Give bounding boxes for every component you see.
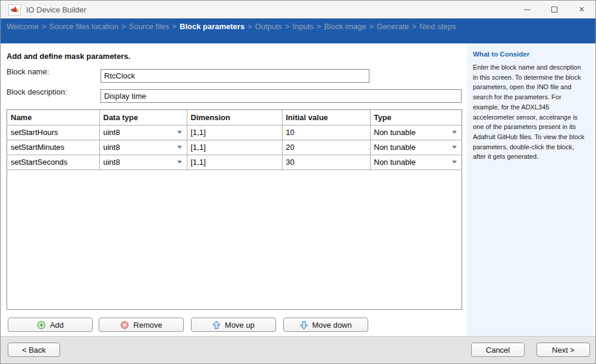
table-row: setStartMinutes uint8 [1,1] 20 Non tunab…: [7, 140, 462, 155]
column-header-initial-value: Initial value: [282, 110, 370, 125]
cell-dimension[interactable]: [1,1]: [187, 155, 282, 170]
cell-name[interactable]: setStartSeconds: [7, 155, 99, 170]
maximize-icon[interactable]: [541, 1, 568, 18]
sidebar-title: What to Consider: [473, 51, 588, 58]
window-controls: ×: [513, 1, 595, 18]
step-separator: >: [247, 22, 252, 31]
sidebar-help-text: Enter the block name and description in …: [473, 62, 588, 162]
chevron-down-icon: [452, 161, 457, 164]
step-inputs: Inputs: [293, 22, 313, 31]
move-up-button[interactable]: Move up: [191, 318, 276, 332]
page-title: Add and define mask parameters.: [7, 52, 130, 61]
chevron-down-icon: [177, 146, 182, 149]
column-header-data-type: Data type: [99, 110, 187, 125]
column-header-dimension: Dimension: [187, 110, 282, 125]
cell-name[interactable]: setStartMinutes: [7, 140, 99, 155]
wizard-steps-bar: Welcome>Source files location>Source fil…: [1, 18, 595, 43]
chevron-down-icon: [177, 161, 182, 164]
titlebar: IO Device Builder ×: [1, 1, 595, 18]
step-welcome: Welcome: [7, 22, 39, 31]
cell-type-dropdown[interactable]: Non tunable: [370, 140, 462, 155]
cell-dimension[interactable]: [1,1]: [187, 125, 282, 140]
window-title: IO Device Builder: [26, 5, 86, 14]
step-separator: >: [172, 22, 177, 31]
step-separator: >: [369, 22, 374, 31]
close-icon[interactable]: ×: [568, 1, 595, 18]
block-description-input[interactable]: [101, 89, 462, 103]
cell-data-type-dropdown[interactable]: uint8: [99, 140, 187, 155]
cell-initial-value[interactable]: 10: [282, 125, 370, 140]
io-device-builder-window: IO Device Builder × Welcome>Source files…: [0, 0, 596, 364]
cell-type-dropdown[interactable]: Non tunable: [370, 125, 462, 140]
next-button[interactable]: Next >: [537, 343, 590, 357]
cell-initial-value[interactable]: 20: [282, 140, 370, 155]
column-header-name: Name: [7, 110, 99, 125]
column-header-type: Type: [370, 110, 462, 125]
table-header-row: Name Data type Dimension Initial value T…: [7, 110, 462, 125]
back-button[interactable]: < Back: [8, 343, 60, 357]
cell-initial-value[interactable]: 30: [282, 155, 370, 170]
step-outputs: Outputs: [255, 22, 283, 31]
cell-data-type-dropdown[interactable]: uint8: [99, 155, 187, 170]
step-block-image: Block image: [324, 22, 366, 31]
cell-name[interactable]: setStartHours: [7, 125, 99, 140]
step-source-files: Source files: [128, 22, 169, 31]
table-row: setStartHours uint8 [1,1] 10 Non tunable: [7, 125, 462, 140]
block-name-input[interactable]: [101, 69, 369, 83]
step-separator: >: [412, 22, 416, 31]
remove-icon: [120, 321, 129, 330]
step-next-steps: Next steps: [419, 22, 456, 31]
arrow-up-icon: [212, 321, 221, 330]
parameters-table: Name Data type Dimension Initial value T…: [7, 109, 462, 310]
chevron-down-icon: [452, 146, 457, 149]
step-source-files-location: Source files location: [49, 22, 118, 31]
cell-type-dropdown[interactable]: Non tunable: [370, 155, 462, 170]
chevron-down-icon: [177, 131, 182, 134]
main-content: Add and define mask parameters. Block na…: [1, 43, 467, 336]
move-down-button[interactable]: Move down: [283, 318, 368, 332]
block-name-label: Block name:: [7, 67, 49, 76]
remove-button[interactable]: Remove: [99, 318, 184, 332]
matlab-logo-icon: [8, 4, 21, 15]
step-separator: >: [42, 22, 46, 31]
cell-dimension[interactable]: [1,1]: [187, 140, 282, 155]
step-separator: >: [285, 22, 290, 31]
add-button[interactable]: Add: [8, 318, 93, 332]
block-description-label: Block description:: [7, 87, 67, 96]
cell-data-type-dropdown[interactable]: uint8: [99, 125, 187, 140]
minimize-icon[interactable]: [513, 1, 541, 18]
step-separator: >: [121, 22, 126, 31]
table-row: setStartSeconds uint8 [1,1] 30 Non tunab…: [7, 155, 462, 170]
arrow-down-icon: [300, 321, 308, 330]
step-separator: >: [316, 22, 321, 31]
what-to-consider-panel: What to Consider Enter the block name an…: [467, 43, 593, 336]
step-block-parameters-current: Block parameters: [180, 22, 244, 31]
step-generate: Generate: [377, 22, 409, 31]
footer-bar: < Back Cancel Next >: [1, 336, 595, 363]
add-icon: [37, 321, 46, 330]
cancel-button[interactable]: Cancel: [471, 343, 525, 357]
chevron-down-icon: [452, 131, 457, 134]
